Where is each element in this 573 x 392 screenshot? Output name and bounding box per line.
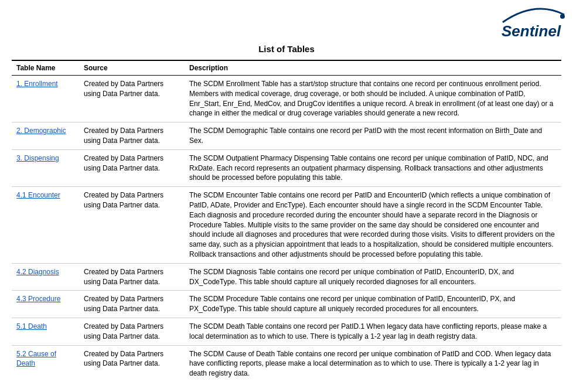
table-name-link[interactable]: 2. Demographic: [16, 127, 66, 135]
table-header-row: Table Name Source Description: [12, 60, 561, 76]
table-cell-name[interactable]: 5.1 Death: [12, 318, 79, 345]
table-name-link[interactable]: 4.1 Encounter: [16, 191, 60, 199]
table-row: 4.1 EncounterCreated by Data Partners us…: [12, 187, 561, 264]
table-name-link[interactable]: 3. Dispensing: [16, 154, 59, 162]
table-row: 2. DemographicCreated by Data Partners u…: [12, 122, 561, 150]
table-cell-source: Created by Data Partners using Data Part…: [79, 291, 185, 318]
table-name-link[interactable]: 5.1 Death: [16, 322, 47, 330]
svg-text:Sentinel: Sentinel: [502, 22, 561, 40]
logo-container: Sentinel: [491, 6, 561, 38]
table-row: 3. DispensingCreated by Data Partners us…: [12, 149, 561, 186]
table-cell-name[interactable]: 3. Dispensing: [12, 149, 79, 186]
page-title: List of Tables: [12, 44, 561, 54]
table-row: 4.2 DiagnosisCreated by Data Partners us…: [12, 263, 561, 291]
col-header-description: Description: [185, 60, 561, 76]
header: Sentinel: [12, 6, 561, 38]
table-cell-source: Created by Data Partners using Data Part…: [79, 318, 185, 345]
table-cell-description: The SCDM Outpatient Pharmacy Dispensing …: [185, 149, 561, 186]
table-cell-description: The SCDM Enrollment Table has a start/st…: [185, 76, 561, 122]
table-cell-name[interactable]: 4.1 Encounter: [12, 187, 79, 264]
table-cell-name[interactable]: 2. Demographic: [12, 122, 79, 150]
table-cell-description: The SCDM Diagnosis Table contains one re…: [185, 263, 561, 291]
tables-list: Table Name Source Description 1. Enrollm…: [12, 60, 561, 382]
table-cell-source: Created by Data Partners using Data Part…: [79, 345, 185, 382]
table-cell-source: Created by Data Partners using Data Part…: [79, 149, 185, 186]
table-cell-description: The SCDM Encounter Table contains one re…: [185, 187, 561, 264]
table-name-link[interactable]: 4.3 Procedure: [16, 295, 60, 303]
table-name-link[interactable]: 1. Enrollment: [16, 80, 58, 88]
table-cell-source: Created by Data Partners using Data Part…: [79, 76, 185, 122]
table-cell-name[interactable]: 4.3 Procedure: [12, 291, 79, 318]
sentinel-logo: Sentinel: [491, 6, 567, 41]
table-row: 4.3 ProcedureCreated by Data Partners us…: [12, 291, 561, 318]
table-cell-name[interactable]: 5.2 Cause of Death: [12, 345, 79, 382]
table-name-link[interactable]: 5.2 Cause of Death: [16, 350, 56, 368]
table-cell-description: The SCDM Procedure Table contains one re…: [185, 291, 561, 318]
table-cell-name[interactable]: 1. Enrollment: [12, 76, 79, 122]
table-cell-description: The SCDM Death Table contains one record…: [185, 318, 561, 345]
page-container: Sentinel List of Tables Table Name Sourc…: [0, 0, 573, 392]
table-cell-source: Created by Data Partners using Data Part…: [79, 263, 185, 291]
table-cell-source: Created by Data Partners using Data Part…: [79, 122, 185, 150]
svg-point-0: [560, 14, 565, 19]
table-row: 5.1 DeathCreated by Data Partners using …: [12, 318, 561, 345]
table-name-link[interactable]: 4.2 Diagnosis: [16, 268, 59, 276]
table-cell-description: The SCDM Cause of Death Table contains o…: [185, 345, 561, 382]
table-row: 1. EnrollmentCreated by Data Partners us…: [12, 76, 561, 122]
table-cell-description: The SCDM Demographic Table contains one …: [185, 122, 561, 150]
table-cell-name[interactable]: 4.2 Diagnosis: [12, 263, 79, 291]
col-header-source: Source: [79, 60, 185, 76]
table-row: 5.2 Cause of DeathCreated by Data Partne…: [12, 345, 561, 382]
table-cell-source: Created by Data Partners using Data Part…: [79, 187, 185, 264]
col-header-name: Table Name: [12, 60, 79, 76]
